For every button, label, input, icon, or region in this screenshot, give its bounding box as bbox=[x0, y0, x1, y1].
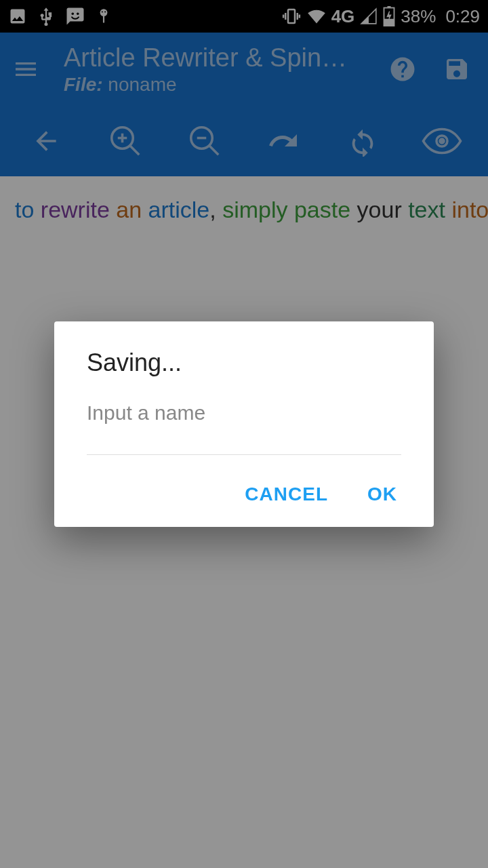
modal-scrim[interactable]: Saving... CANCEL OK bbox=[0, 0, 488, 868]
dialog-actions: CANCEL OK bbox=[87, 484, 401, 508]
save-dialog: Saving... CANCEL OK bbox=[54, 321, 434, 527]
filename-input[interactable] bbox=[87, 401, 401, 425]
ok-button[interactable]: OK bbox=[367, 484, 397, 505]
cancel-button[interactable]: CANCEL bbox=[245, 484, 328, 505]
dialog-input-wrap bbox=[87, 401, 401, 455]
dialog-title: Saving... bbox=[87, 349, 401, 377]
